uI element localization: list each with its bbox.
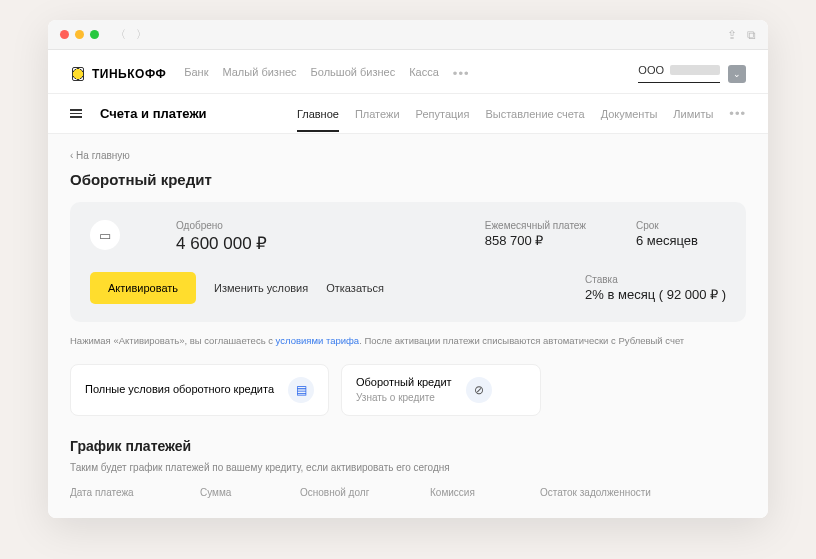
sub-header: Счета и платежи Главное Платежи Репутаци… (48, 94, 768, 134)
org-dropdown-icon[interactable]: ⌄ (728, 65, 746, 83)
link-icon: ⊘ (466, 377, 492, 403)
schedule-table-header: Дата платежа Сумма Основной долг Комисси… (70, 487, 746, 498)
nav-kassa[interactable]: Касса (409, 66, 439, 81)
decline-button[interactable]: Отказаться (326, 282, 384, 294)
tab-limits[interactable]: Лимиты (673, 108, 713, 120)
schedule-title: График платежей (70, 438, 746, 454)
col-sum: Сумма (200, 487, 270, 498)
approved-label: Одобрено (176, 220, 435, 231)
org-prefix: ООО (638, 64, 664, 76)
tabs: Главное Платежи Репутация Выставление сч… (297, 106, 746, 121)
tab-main[interactable]: Главное (297, 108, 339, 132)
tabs-icon[interactable]: ⧉ (747, 28, 756, 42)
back-link[interactable]: ‹ На главную (70, 150, 746, 161)
org-name-placeholder (670, 65, 720, 75)
nav-bank[interactable]: Банк (184, 66, 208, 81)
link-cards-row: Полные условия оборотного кредита ▤ Обор… (70, 364, 746, 415)
change-terms-button[interactable]: Изменить условия (214, 282, 308, 294)
col-date: Дата платежа (70, 487, 170, 498)
tab-documents[interactable]: Документы (601, 108, 658, 120)
top-nav: Банк Малый бизнес Большой бизнес Касса •… (184, 66, 469, 81)
tab-reputation[interactable]: Репутация (416, 108, 470, 120)
col-principal: Основной долг (300, 487, 400, 498)
tariff-terms-link[interactable]: условиями тарифа (276, 335, 360, 346)
rate-label: Ставка (585, 274, 726, 285)
tab-invoice[interactable]: Выставление счета (485, 108, 584, 120)
logo[interactable]: ТИНЬКОФФ (70, 65, 166, 83)
nav-big-business[interactable]: Большой бизнес (311, 66, 396, 81)
nav-small-business[interactable]: Малый бизнес (222, 66, 296, 81)
full-terms-card[interactable]: Полные условия оборотного кредита ▤ (70, 364, 329, 415)
share-icon[interactable]: ⇪ (727, 28, 737, 42)
main-content: ‹ На главную Оборотный кредит ▭ Одобрено… (48, 134, 768, 518)
credit-approval-card: ▭ Одобрено 4 600 000 ₽ Ежемесячный плате… (70, 202, 746, 322)
tab-payments[interactable]: Платежи (355, 108, 400, 120)
menu-burger-icon[interactable] (70, 109, 82, 118)
nav-more-icon[interactable]: ••• (453, 66, 470, 81)
learn-credit-sub: Узнать о кредите (356, 391, 452, 405)
minimize-window-button[interactable] (75, 30, 84, 39)
section-title: Счета и платежи (100, 106, 207, 121)
brand-text: ТИНЬКОФФ (92, 67, 166, 81)
page-title: Оборотный кредит (70, 171, 746, 188)
col-fee: Комиссия (430, 487, 510, 498)
app-window: 〈 〉 ⇪ ⧉ ТИНЬКОФФ Банк Малый бизнес Больш… (48, 20, 768, 518)
close-window-button[interactable] (60, 30, 69, 39)
tabs-more-icon[interactable]: ••• (729, 106, 746, 121)
logo-shield-icon (70, 65, 86, 83)
back-arrow-icon[interactable]: 〈 (115, 27, 126, 42)
learn-credit-title: Оборотный кредит (356, 375, 452, 390)
titlebar: 〈 〉 ⇪ ⧉ (48, 20, 768, 50)
top-header: ТИНЬКОФФ Банк Малый бизнес Большой бизне… (48, 50, 768, 94)
browser-nav: 〈 〉 (115, 27, 147, 42)
rate-value: 2% в месяц ( 92 000 ₽ ) (585, 287, 726, 302)
learn-credit-card[interactable]: Оборотный кредит Узнать о кредите ⊘ (341, 364, 541, 415)
disclaimer-text: Нажимая «Активировать», вы соглашаетесь … (70, 334, 746, 348)
monthly-label: Ежемесячный платеж (485, 220, 586, 231)
maximize-window-button[interactable] (90, 30, 99, 39)
monthly-value: 858 700 ₽ (485, 233, 586, 248)
term-label: Срок (636, 220, 726, 231)
wallet-icon: ▭ (90, 220, 120, 250)
schedule-note: Таким будет график платежей по вашему кр… (70, 462, 746, 473)
document-icon: ▤ (288, 377, 314, 403)
full-terms-label: Полные условия оборотного кредита (85, 382, 274, 397)
approved-value: 4 600 000 ₽ (176, 233, 435, 254)
org-selector[interactable]: ООО (638, 64, 720, 83)
col-balance: Остаток задолженности (540, 487, 746, 498)
activate-button[interactable]: Активировать (90, 272, 196, 304)
forward-arrow-icon[interactable]: 〉 (136, 27, 147, 42)
term-value: 6 месяцев (636, 233, 726, 248)
